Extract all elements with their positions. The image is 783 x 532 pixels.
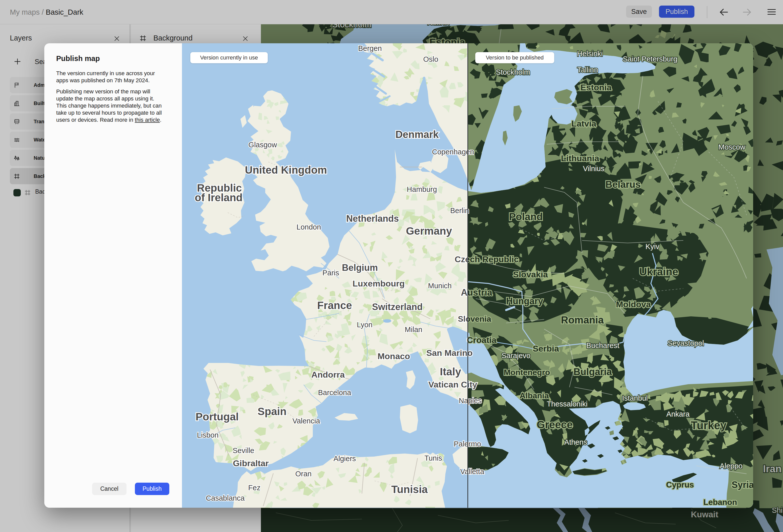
svg-text:Greece: Greece [537,418,573,431]
svg-text:Gibraltar: Gibraltar [233,458,269,468]
svg-text:Vilnius: Vilnius [583,164,604,173]
svg-text:Sarajevo: Sarajevo [502,351,530,359]
svg-text:Istanbul: Istanbul [622,394,648,402]
svg-text:Hamburg: Hamburg [407,185,437,193]
svg-text:Tunis: Tunis [425,454,442,462]
svg-text:Casablanca: Casablanca [206,494,245,502]
svg-text:Barcelona: Barcelona [318,388,351,397]
svg-text:Spain: Spain [258,405,286,417]
svg-text:Tunisia: Tunisia [391,483,428,495]
svg-text:Slovakia: Slovakia [513,270,548,279]
svg-text:Albania: Albania [520,391,549,400]
svg-text:San Marino: San Marino [426,348,472,357]
svg-text:Netherlands: Netherlands [346,213,399,224]
svg-text:Lithuania: Lithuania [561,153,599,163]
svg-text:Germany: Germany [406,225,452,237]
svg-text:Lebanon: Lebanon [703,498,737,507]
svg-text:Oslo: Oslo [423,55,438,63]
svg-text:Seville: Seville [232,446,254,455]
svg-text:Belgium: Belgium [342,262,378,273]
svg-text:Ukraine: Ukraine [639,266,678,278]
svg-text:France: France [317,300,352,311]
svg-text:Fez: Fez [248,484,260,492]
svg-text:Cyprus: Cyprus [666,480,694,489]
svg-text:Denmark: Denmark [395,129,439,140]
svg-text:Aleppo: Aleppo [720,462,743,470]
svg-text:Poland: Poland [509,211,542,222]
svg-text:Bucharest: Bucharest [586,341,620,349]
svg-text:Andorra: Andorra [311,370,345,379]
svg-text:Algiers: Algiers [334,455,356,463]
svg-text:Moldova: Moldova [616,300,651,309]
svg-text:Berlin: Berlin [450,207,469,215]
svg-text:Thessaloniki: Thessaloniki [546,400,587,408]
svg-text:Oran: Oran [295,470,312,478]
svg-text:Munich: Munich [428,282,452,290]
svg-text:Monaco: Monaco [378,351,410,361]
svg-text:Turkey: Turkey [691,419,726,432]
svg-text:Tallinn: Tallinn [577,66,598,74]
svg-text:Estonia: Estonia [581,83,612,92]
svg-text:Switzerland: Switzerland [372,302,422,312]
svg-text:Sevastopol: Sevastopol [667,339,704,347]
svg-text:Syria: Syria [732,480,753,490]
svg-text:Luxembourg: Luxembourg [352,279,405,288]
svg-text:of Ireland: of Ireland [195,192,243,204]
svg-text:Romania: Romania [561,314,604,325]
svg-text:Lisbon: Lisbon [197,431,218,439]
svg-text:Ankara: Ankara [666,410,690,418]
svg-text:Kyiv: Kyiv [646,243,659,251]
svg-text:Hungary: Hungary [506,296,543,306]
svg-text:Lyon: Lyon [357,321,373,329]
svg-text:Moscow: Moscow [718,143,746,151]
svg-text:United Kingdom: United Kingdom [245,164,327,176]
svg-text:Portugal: Portugal [196,411,239,423]
svg-text:Belarus: Belarus [605,179,640,190]
svg-text:Croatia: Croatia [467,335,497,345]
svg-text:Valencia: Valencia [292,417,320,425]
svg-text:Helsinki: Helsinki [577,50,603,58]
svg-text:Glasgow: Glasgow [249,141,277,149]
svg-text:Stockholm: Stockholm [496,68,530,76]
svg-text:Bulgaria: Bulgaria [573,367,612,377]
svg-text:Montenegro: Montenegro [504,368,550,377]
svg-text:Saint Petersburg: Saint Petersburg [623,55,678,63]
svg-text:Italy: Italy [440,366,461,378]
svg-text:London: London [296,223,321,231]
svg-text:Bergen: Bergen [358,44,382,52]
svg-text:Milan: Milan [405,325,422,334]
svg-text:Latvia: Latvia [571,119,596,128]
svg-text:Athens: Athens [564,438,587,446]
svg-text:Paris: Paris [322,269,339,277]
svg-text:Serbia: Serbia [533,344,559,353]
